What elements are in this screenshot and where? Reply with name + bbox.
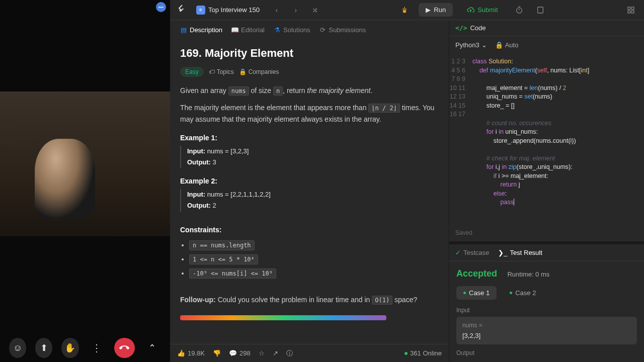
emoji-button[interactable]: ☺ (9, 338, 26, 358)
tab-test-result[interactable]: ❯_ Test Result (498, 249, 542, 256)
problem-description: 169. Majority Element Easy 🏷 Topics 🔒 Co… (170, 40, 449, 344)
topics-chip[interactable]: 🏷 Topics (209, 68, 234, 75)
editorial-icon: 📖 (231, 27, 238, 34)
layout-button[interactable] (624, 3, 638, 17)
more-options-button[interactable]: ⋮ (88, 338, 105, 358)
description-panel: ▤ Description 📖 Editorial ⚗ Solutions ⟳ … (170, 20, 449, 362)
problem-list-chip[interactable]: ≡ Top Interview 150 (192, 4, 264, 17)
hangup-button[interactable] (114, 338, 135, 358)
code-header: </> Code (449, 20, 644, 36)
tab-solutions-label: Solutions (283, 26, 310, 34)
problem-statement-2: The majority element is the element that… (180, 102, 439, 125)
status-accepted: Accepted (456, 268, 497, 279)
companies-label: Companies (249, 68, 279, 75)
constraints-list: n == nums.length 1 <= n <= 5 * 10⁴ -10⁹ … (189, 238, 439, 280)
case-dot-icon (510, 292, 512, 294)
case-2-label: Case 2 (515, 289, 536, 297)
submissions-icon: ⟳ (319, 27, 326, 34)
problem-tags: Easy 🏷 Topics 🔒 Companies (180, 67, 439, 77)
like-count: 19.8K (188, 349, 205, 357)
tag-icon: 🏷 (209, 68, 215, 75)
case-2-chip[interactable]: Case 2 (503, 286, 543, 300)
problem-tabs: ▤ Description 📖 Editorial ⚗ Solutions ⟳ … (170, 20, 449, 40)
like-button[interactable]: 👍 19.8K (177, 349, 205, 357)
next-problem-button[interactable]: › (290, 4, 302, 16)
participant-video (35, 139, 95, 219)
leetcode-app: ≡ Top Interview 150 ‹ › ⤨ ▶ Run Submit (170, 0, 644, 362)
output-label: Output (456, 349, 637, 356)
result-panel: ✓ Testcase ❯_ Test Result Accepted Runti… (449, 244, 644, 362)
run-button[interactable]: ▶ Run (419, 3, 453, 17)
code-n: n (273, 86, 283, 96)
code-icon: </> (455, 24, 467, 32)
check-icon: ✓ (455, 249, 461, 256)
expand-button[interactable]: ⌃ (144, 338, 161, 358)
comment-count: 298 (239, 349, 251, 357)
constraint-1: n == nums.length (189, 240, 255, 250)
code-content: class Solution: def majorityElement(self… (470, 53, 589, 241)
phone-icon (119, 343, 129, 353)
topics-label: Topics (217, 68, 234, 75)
language-selector[interactable]: Python3 ⌄ (455, 41, 487, 49)
tab-description[interactable]: ▤ Description (177, 24, 225, 36)
tab-solutions[interactable]: ⚗ Solutions (271, 24, 313, 36)
example-1-block: Input: nums = [3,2,3] Output: 3 (180, 146, 439, 168)
input-value: [3,2,3] (462, 332, 631, 339)
code-panel: </> Code Python3 ⌄ 🔒 Auto 1 2 3 4 5 6 7 … (449, 20, 644, 362)
tab-editorial[interactable]: 📖 Editorial (228, 24, 268, 36)
main-content: ▤ Description 📖 Editorial ⚗ Solutions ⟳ … (170, 20, 644, 362)
solutions-icon: ⚗ (274, 27, 281, 34)
auto-label: Auto (505, 41, 519, 49)
dislike-button[interactable]: 👎 (213, 349, 221, 357)
result-status-row: Accepted Runtime: 0 ms (456, 268, 637, 279)
timer-icon (515, 6, 523, 14)
tab-description-label: Description (190, 26, 222, 34)
online-count: 361 Online (410, 349, 442, 357)
saved-indicator: Saved (455, 229, 472, 238)
test-cases: Case 1 Case 2 (456, 286, 637, 300)
auto-button[interactable]: 🔒 Auto (495, 41, 519, 49)
problem-footer: 👍 19.8K 👎 💬 298 ☆ ↗ ⓘ 361 Online (170, 344, 449, 362)
code-o1: O(1) (372, 296, 392, 305)
shuffle-button[interactable]: ⤨ (309, 4, 321, 16)
list-name: Top Interview 150 (208, 6, 260, 14)
bug-icon (400, 6, 409, 14)
svg-rect-5 (631, 11, 634, 13)
companies-chip[interactable]: 🔒 Companies (239, 68, 279, 75)
constraints-title: Constraints: (180, 226, 439, 234)
prev-problem-button[interactable]: ‹ (271, 4, 283, 16)
share-button[interactable]: ↗ (273, 349, 278, 357)
terminal-icon: ❯_ (498, 249, 507, 256)
help-button[interactable]: ⓘ (286, 349, 293, 358)
followup: Follow-up: Could you solve the problem i… (180, 294, 439, 305)
ad-banner[interactable] (180, 315, 386, 320)
share-screen-button[interactable]: ⬆ (35, 338, 52, 358)
description-icon: ▤ (180, 27, 187, 34)
code-editor[interactable]: 1 2 3 4 5 6 7 8 9 10 11 12 13 14 15 16 1… (449, 53, 644, 241)
submit-button[interactable]: Submit (460, 3, 505, 17)
topbar: ≡ Top Interview 150 ‹ › ⤨ ▶ Run Submit (170, 0, 644, 20)
cloud-upload-icon (467, 6, 474, 14)
svg-rect-3 (631, 7, 634, 10)
language-bar: Python3 ⌄ 🔒 Auto (449, 36, 644, 53)
online-indicator: 361 Online (405, 349, 442, 357)
tab-testcase[interactable]: ✓ Testcase (455, 249, 489, 256)
raise-hand-button[interactable]: ✋ (61, 338, 78, 358)
case-dot-icon (463, 292, 466, 294)
input-label: Input (456, 307, 637, 314)
svg-rect-1 (537, 7, 543, 13)
star-button[interactable]: ☆ (259, 349, 265, 357)
problem-title: 169. Majority Element (180, 47, 439, 60)
timer-button[interactable] (512, 3, 526, 17)
example-2-title: Example 2: (180, 177, 439, 185)
logo-icon (176, 4, 185, 14)
notes-button[interactable] (533, 3, 547, 17)
case-1-chip[interactable]: Case 1 (456, 286, 497, 300)
tab-submissions[interactable]: ⟳ Submissions (316, 24, 369, 36)
participant-dots-icon[interactable]: ••• (156, 2, 166, 12)
debug-icon[interactable] (397, 3, 412, 17)
svg-rect-2 (628, 7, 630, 10)
comments-button[interactable]: 💬 298 (229, 349, 251, 357)
result-tab-label: Test Result (510, 249, 542, 256)
leetcode-logo[interactable] (176, 4, 185, 16)
